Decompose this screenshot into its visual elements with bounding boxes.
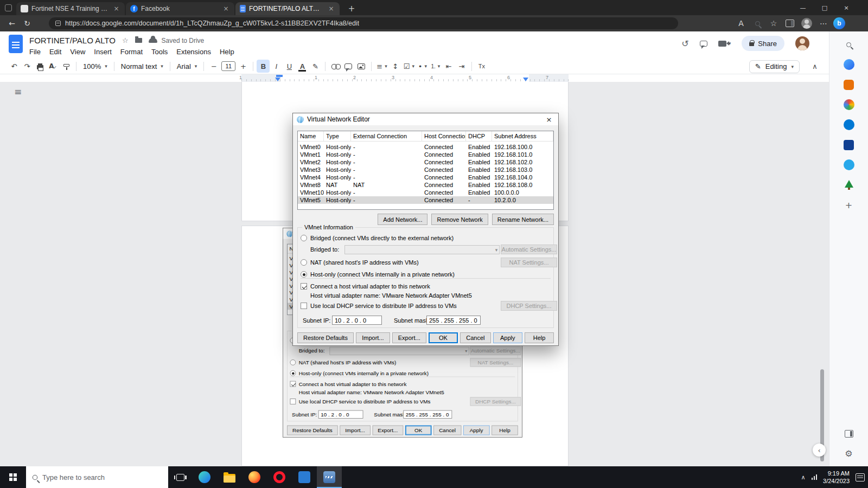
taskbar-clock[interactable]: 9:19 AM 3/24/2023 bbox=[823, 470, 850, 485]
site-info-icon[interactable] bbox=[55, 21, 61, 26]
page-url[interactable]: https://docs.google.com/document/d/1h_LT… bbox=[65, 20, 359, 27]
add-comment-icon[interactable] bbox=[342, 60, 355, 73]
remove-network-button[interactable]: Remove Network bbox=[431, 214, 488, 225]
menu-item[interactable]: Edit bbox=[45, 47, 66, 57]
refresh-icon[interactable]: ↻ bbox=[20, 15, 35, 31]
paint-format-icon[interactable] bbox=[60, 60, 73, 73]
column-header-subnet[interactable]: Subnet Address bbox=[492, 131, 553, 141]
more-menu-icon[interactable]: ⋯ bbox=[816, 15, 831, 31]
favorites-icon[interactable]: ☆ bbox=[766, 15, 781, 31]
menu-item[interactable]: File bbox=[25, 47, 45, 57]
subnet-mask-input[interactable]: 255 . 255 . 255 . 0 bbox=[426, 316, 481, 325]
menu-item[interactable]: Tools bbox=[147, 47, 172, 57]
column-header-dhcp[interactable]: DHCP bbox=[466, 131, 492, 141]
start-button[interactable] bbox=[0, 466, 26, 488]
dialog-button[interactable]: Cancel bbox=[460, 332, 490, 343]
font-size-input[interactable]: 11 bbox=[221, 61, 235, 71]
sidebar-settings-icon[interactable]: ⚙ bbox=[843, 447, 856, 460]
vmnet-row-VMnet3[interactable]: VMnet3Host-only-ConnectedEnabled192.168.… bbox=[298, 166, 553, 174]
italic-button[interactable]: I bbox=[270, 60, 283, 73]
menu-item[interactable]: Extensions bbox=[172, 47, 215, 57]
document-title[interactable]: FORTINET/PALO ALTO bbox=[29, 36, 116, 45]
insert-link-icon[interactable] bbox=[329, 60, 342, 73]
vmnet-row-VMnet1[interactable]: VMnet1Host-only-ConnectedEnabled192.168.… bbox=[298, 151, 553, 158]
browser-tab[interactable]: Fortinet NSE 4 Training Price × bbox=[16, 2, 125, 15]
dialog-button[interactable]: Export... bbox=[392, 332, 426, 343]
dialog-button[interactable]: Import... bbox=[356, 332, 390, 343]
browser-tab-active[interactable]: FORTINET/PALO ALTO - Google D × bbox=[235, 2, 340, 15]
taskbar-search-input[interactable] bbox=[42, 473, 156, 481]
close-tab-icon[interactable]: × bbox=[222, 5, 230, 12]
decrease-font-size-button[interactable]: − bbox=[207, 60, 220, 73]
collections-icon[interactable] bbox=[782, 15, 797, 31]
vmnet-row-VMnet8[interactable]: VMnet8NATNATConnectedEnabled192.168.108.… bbox=[298, 181, 553, 189]
sidebar-tree-icon[interactable] bbox=[843, 178, 856, 191]
comments-icon[interactable] bbox=[700, 41, 707, 47]
close-tab-icon[interactable]: × bbox=[112, 5, 120, 12]
underline-button[interactable]: U bbox=[283, 60, 296, 73]
dialog-button[interactable]: Help bbox=[525, 332, 554, 343]
dialog-button[interactable]: Restore Defaults bbox=[287, 426, 338, 435]
nat-radio[interactable] bbox=[301, 259, 307, 266]
add-network-button[interactable]: Add Network... bbox=[378, 214, 427, 225]
sidebar-search-icon[interactable] bbox=[843, 38, 856, 51]
dialog-button[interactable]: Apply bbox=[463, 426, 490, 435]
dialog-button[interactable]: Import... bbox=[340, 426, 370, 435]
taskbar-edge-icon[interactable] bbox=[192, 466, 217, 488]
menu-item[interactable]: View bbox=[66, 47, 90, 57]
vmnet-row-VMnet4[interactable]: VMnet4Host-only-ConnectedEnabled192.168.… bbox=[298, 174, 553, 181]
right-indent-marker[interactable] bbox=[523, 78, 528, 81]
taskbar-file-explorer-icon[interactable] bbox=[217, 466, 242, 488]
sidebar-shopping-icon[interactable] bbox=[843, 78, 856, 91]
dhcp-service-checkbox[interactable] bbox=[301, 303, 307, 309]
editing-mode-select[interactable]: ✎ Editing ▾ bbox=[749, 60, 800, 73]
notification-center-icon[interactable] bbox=[856, 473, 865, 481]
dialog-button[interactable]: Export... bbox=[372, 426, 403, 435]
line-spacing-icon[interactable]: ↕ bbox=[389, 60, 402, 73]
star-icon[interactable]: ☆ bbox=[122, 36, 129, 44]
cloud-saved-icon[interactable] bbox=[149, 38, 157, 43]
host-only-radio[interactable] bbox=[301, 271, 307, 278]
left-indent-marker[interactable] bbox=[275, 78, 280, 81]
maximize-icon[interactable]: □ bbox=[814, 0, 835, 15]
dialog-button[interactable]: OK bbox=[405, 426, 432, 435]
google-docs-icon[interactable] bbox=[9, 35, 23, 53]
sidebar-panel-icon[interactable] bbox=[843, 427, 856, 440]
subnet-ip-input[interactable]: 10 . 2 . 0 . 0 bbox=[318, 410, 363, 419]
sidebar-add-icon[interactable]: + bbox=[843, 198, 856, 211]
increase-font-size-button[interactable]: + bbox=[237, 60, 250, 73]
text-color-button[interactable]: A bbox=[296, 60, 309, 73]
numbered-list-icon[interactable]: 1.▾ bbox=[429, 60, 442, 73]
column-header-type[interactable]: Type bbox=[324, 131, 351, 141]
wifi-icon[interactable] bbox=[812, 474, 818, 480]
dialog-button[interactable]: OK bbox=[429, 332, 458, 343]
account-avatar[interactable] bbox=[795, 36, 809, 50]
undo-icon[interactable]: ↶ bbox=[8, 60, 21, 73]
zoom-icon[interactable] bbox=[750, 15, 765, 31]
sidebar-skype-icon[interactable] bbox=[843, 118, 856, 131]
menu-item[interactable]: Help bbox=[215, 47, 239, 57]
first-line-indent-marker[interactable] bbox=[276, 75, 283, 77]
vmnet-row-VMnet2[interactable]: VMnet2Host-only-ConnectedEnabled192.168.… bbox=[298, 158, 553, 166]
subnet-mask-input[interactable]: 255 . 255 . 255 . 0 bbox=[403, 410, 452, 419]
bridged-radio[interactable] bbox=[301, 235, 307, 241]
nat-radio[interactable] bbox=[290, 359, 296, 365]
version-history-icon[interactable]: ↺ bbox=[681, 38, 688, 49]
insert-image-icon[interactable] bbox=[355, 60, 368, 73]
connect-host-adapter-checkbox[interactable] bbox=[301, 283, 307, 290]
host-only-radio[interactable] bbox=[290, 370, 296, 376]
close-icon[interactable]: × bbox=[540, 113, 558, 125]
close-tab-icon[interactable]: × bbox=[327, 5, 335, 12]
vmnet-row-VMnet0[interactable]: VMnet0Host-only-ConnectedEnabled192.168.… bbox=[298, 143, 553, 151]
sidebar-onedrive-icon[interactable] bbox=[843, 158, 856, 171]
clear-formatting-icon[interactable]: Tx bbox=[475, 60, 488, 73]
decrease-indent-icon[interactable]: ⇤ bbox=[442, 60, 455, 73]
styles-select[interactable]: Normal text▾ bbox=[118, 60, 167, 73]
taskbar-search[interactable] bbox=[26, 466, 168, 488]
connect-host-adapter-checkbox[interactable] bbox=[290, 381, 296, 387]
dialog-title-bar[interactable]: Virtual Network Editor × bbox=[293, 113, 558, 125]
close-window-icon[interactable]: × bbox=[835, 0, 857, 15]
tray-chevron-icon[interactable]: ∧ bbox=[801, 474, 806, 481]
browser-tab[interactable]: f Facebook × bbox=[126, 2, 234, 15]
minimize-icon[interactable]: — bbox=[792, 0, 814, 15]
